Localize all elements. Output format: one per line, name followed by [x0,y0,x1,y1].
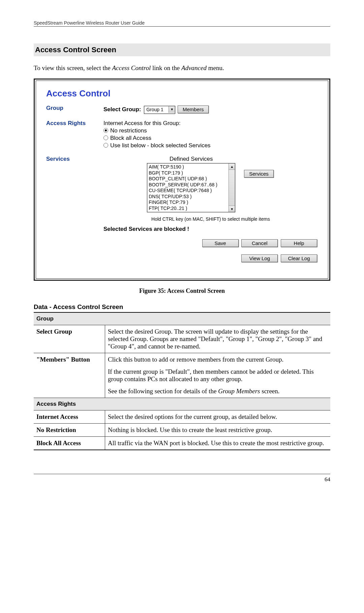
table-section-group: Group [34,312,330,325]
scroll-down-icon[interactable]: ▼ [229,206,235,212]
intro-link1: Access Control [112,64,151,71]
list-item[interactable]: CU-SEEME( TCP/UDP:7648 ) [149,188,227,194]
radio-label: Use list below - block selected Services [110,142,211,149]
radio-label: Block all Access [110,135,151,141]
cell-desc: Select the desired Group. The screen wil… [105,325,331,353]
scrollbar[interactable]: ▲ ▼ [229,163,235,212]
clear-log-button[interactable]: Clear Log [281,254,317,262]
cell-desc: Click this button to add or remove membe… [105,353,331,398]
list-item[interactable]: BOOTP_SERVER( UDP:67..68 ) [149,182,227,188]
list-item[interactable]: FTP( TCP:20..21 ) [149,206,227,212]
intro-link2: Advanced [181,64,207,71]
table-row: Select Group Select the desired Group. T… [34,325,330,353]
cell-label: Block All Access [34,437,105,450]
list-item[interactable]: BGP( TCP:179 ) [149,170,227,176]
desc-p1: Click this button to add or remove membe… [108,356,328,363]
section-title: Access Control Screen [34,43,330,56]
list-item[interactable]: DNS( TCP/UDP:53 ) [149,194,227,200]
radio-icon [103,135,108,140]
list-item[interactable]: BOOTP_CLIENT( UDP:68 ) [149,176,227,182]
cell-label: Select Group [34,325,105,353]
intro-mid: link on the [151,64,181,71]
cell-desc: Select the desired options for the curre… [105,410,331,424]
radio-no-restrictions[interactable]: No restrictions [103,127,318,134]
button-row-2: View Log Clear Log [103,254,318,263]
data-section-header: Data - Access Control Screen [34,303,330,311]
save-button[interactable]: Save [202,239,239,247]
members-button[interactable]: Members [178,105,209,113]
label-group: Group [46,105,103,114]
intro-post: menu. [207,64,224,71]
cell-label: No Restriction [34,424,105,437]
table-row: "Members" Button Click this button to ad… [34,353,330,398]
intro-text: To view this screen, select the Access C… [34,64,330,72]
services-items[interactable]: AIM( TCP:5190 ) BGP( TCP:179 ) BOOTP_CLI… [147,163,229,212]
blocked-message: Selected Services are blocked ! [103,226,318,233]
button-row-1: Save Cancel Help [103,239,318,248]
data-table: Group Select Group Select the desired Gr… [34,312,330,450]
table-row: Internet Access Select the desired optio… [34,410,330,424]
panel-title: Access Control [46,88,318,99]
cancel-button[interactable]: Cancel [241,239,278,247]
radio-use-list[interactable]: Use list below - block selected Services [103,142,318,149]
radio-icon [103,143,108,148]
list-item[interactable]: AIM( TCP:5190 ) [149,164,227,170]
view-log-button[interactable]: View Log [241,254,278,262]
select-group-value: Group 1 [144,106,169,113]
desc-p3-em: Group Members [218,388,260,395]
services-list-title: Defined Services [147,156,235,162]
services-listbox[interactable]: AIM( TCP:5190 ) BGP( TCP:179 ) BOOTP_CLI… [147,163,235,212]
desc-p2: If the current group is "Default", then … [108,368,328,383]
scroll-up-icon[interactable]: ▲ [229,163,235,170]
radio-block-all[interactable]: Block all Access [103,135,318,142]
help-button[interactable]: Help [281,239,317,247]
select-group-label: Select Group: [103,106,141,113]
chevron-down-icon[interactable]: ▼ [169,106,175,113]
doc-header: SpeedStream Powerline Wireless Router Us… [34,20,330,27]
services-button[interactable]: Services [244,170,274,178]
label-services: Services [46,156,103,263]
list-item[interactable]: FINGER( TCP:79 ) [149,200,227,206]
screenshot-content: Access Control Group Select Group: Group… [36,81,328,279]
page-footer: 64 [34,474,330,483]
multiselect-hint: Hold CTRL key (on MAC, SHIFT) to select … [103,216,318,222]
cell-label: Internet Access [34,410,105,424]
page-number: 64 [325,476,330,483]
screenshot-frame: Access Control Group Select Group: Group… [34,79,330,281]
label-access-rights: Access Rights [46,120,103,150]
desc-p3-pre: See the following section for details of… [108,388,218,395]
table-section-access: Access Rights [34,398,330,410]
select-group-dropdown[interactable]: Group 1▼ [144,106,175,114]
desc-p3: See the following section for details of… [108,388,328,395]
figure-caption: Figure 35: Access Control Screen [34,287,330,295]
table-row: Block All Access All traffic via the WAN… [34,437,330,450]
table-row: No Restriction Nothing is blocked. Use t… [34,424,330,437]
access-header: Internet Access for this Group: [103,120,318,127]
cell-label: "Members" Button [34,353,105,398]
cell-desc: All traffic via the WAN port is blocked.… [105,437,331,450]
intro-pre: To view this screen, select the [34,64,112,71]
cell-desc: Nothing is blocked. Use this to create t… [105,424,331,437]
radio-label: No restrictions [110,127,147,134]
desc-p3-post: screen. [260,388,280,395]
radio-icon [103,128,108,133]
